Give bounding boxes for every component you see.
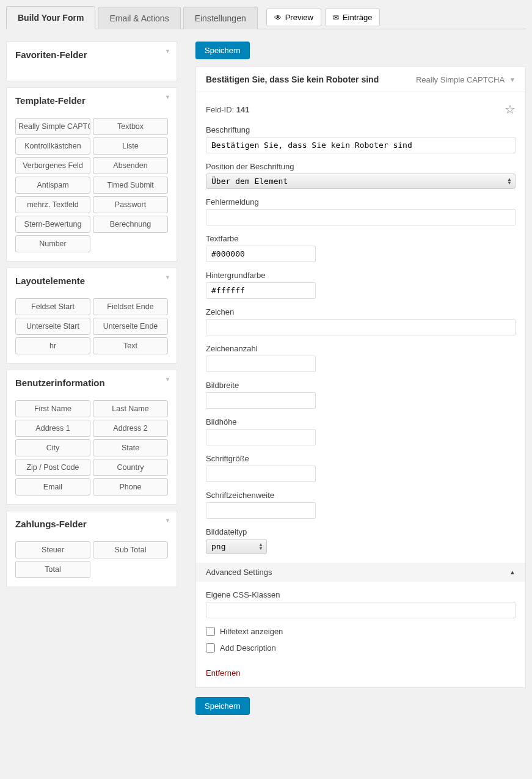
field-btn[interactable]: Zip / Post Code	[15, 459, 90, 476]
label-bildbreite: Bildbreite	[206, 381, 516, 390]
panel-header-layout[interactable]: Layoutelemente ▼	[7, 268, 177, 293]
input-fehler[interactable]	[206, 209, 516, 225]
field-btn[interactable]: Absenden	[93, 157, 168, 174]
field-btn[interactable]: hr	[15, 337, 90, 354]
chevron-down-icon: ▼	[165, 376, 170, 382]
entries-button[interactable]: Einträge	[325, 9, 380, 26]
input-beschriftung[interactable]	[206, 137, 516, 153]
save-button-top[interactable]: Speichern	[195, 42, 250, 59]
input-bildbreite[interactable]	[206, 392, 316, 409]
input-schriftgroesse[interactable]	[206, 466, 316, 482]
panel-payment: Zahlungs-Felder ▼ Steuer Sub Total Total	[6, 511, 177, 587]
field-btn[interactable]: City	[15, 439, 90, 456]
chevron-down-icon: ▼	[509, 76, 516, 83]
entries-label: Einträge	[343, 13, 372, 22]
field-btn[interactable]: Unterseite Start	[15, 318, 90, 335]
label-schriftgroesse: Schriftgröße	[206, 454, 516, 463]
chevron-down-icon: ▼	[165, 94, 170, 100]
field-btn[interactable]: Stern-Bewertung	[15, 216, 90, 233]
advanced-settings-toggle[interactable]: Advanced Settings ▲	[196, 563, 525, 582]
label-hilfetext: Hilfetext anzeigen	[220, 627, 283, 636]
checkbox-hilfetext[interactable]	[206, 627, 215, 636]
field-btn[interactable]: Kontrollkästchen	[15, 137, 90, 155]
label-bildhoehe: Bildhöhe	[206, 417, 516, 426]
panel-template: Template-Felder ▼ Really Simple CAPTCHA …	[6, 87, 177, 261]
input-hintergrund[interactable]	[206, 282, 316, 299]
field-btn[interactable]: Timed Submit	[93, 177, 168, 194]
tab-email-actions[interactable]: Email & Actions	[98, 7, 180, 29]
field-btn[interactable]: Feldset Start	[15, 298, 90, 315]
field-btn[interactable]: Total	[15, 561, 90, 578]
field-btn[interactable]: Berechnung	[93, 216, 168, 233]
panel-favoriten: Favoriten-Felder ▼	[6, 42, 177, 81]
input-bildhoehe[interactable]	[206, 429, 316, 445]
field-editor-card: Bestätigen Sie, dass Sie kein Roboter si…	[195, 67, 526, 688]
panel-header-favoriten[interactable]: Favoriten-Felder ▼	[7, 42, 177, 67]
input-cssklassen[interactable]	[206, 602, 516, 618]
preview-button[interactable]: Preview	[266, 9, 321, 26]
field-btn[interactable]: Liste	[93, 137, 168, 155]
label-cssklassen: Eigene CSS-Klassen	[206, 590, 516, 599]
preview-label: Preview	[285, 13, 313, 22]
label-hintergrund: Hintergrundfarbe	[206, 271, 516, 280]
select-bildtyp[interactable]: png	[206, 539, 267, 554]
field-btn[interactable]: Number	[15, 235, 90, 252]
panel-title: Benutzerinformation	[15, 378, 105, 388]
panel-title: Favoriten-Felder	[15, 49, 87, 60]
panel-user-info: Benutzerinformation ▼ First Name Last Na…	[6, 370, 177, 505]
input-zeichen[interactable]	[206, 319, 516, 335]
input-textfarbe[interactable]	[206, 246, 316, 262]
field-type-select[interactable]: Really Simple CAPTCHA ▼	[416, 75, 516, 84]
label-textfarbe: Textfarbe	[206, 234, 516, 243]
remove-link[interactable]: Entfernen	[206, 668, 240, 678]
panel-header-template[interactable]: Template-Felder ▼	[7, 88, 177, 113]
mail-icon	[333, 13, 339, 22]
panel-header-user-info[interactable]: Benutzerinformation ▼	[7, 370, 177, 395]
chevron-down-icon: ▼	[165, 274, 170, 280]
input-zeichenanzahl[interactable]	[206, 356, 316, 372]
field-btn[interactable]: Last Name	[93, 400, 168, 417]
advanced-label: Advanced Settings	[206, 568, 272, 577]
field-btn[interactable]: Steuer	[15, 541, 90, 558]
label-fehler: Fehlermeldung	[206, 197, 516, 207]
label-position: Position der Beschriftung	[206, 162, 516, 171]
field-btn[interactable]: Textbox	[93, 118, 168, 135]
field-btn[interactable]: Address 2	[93, 420, 168, 437]
eye-icon	[274, 13, 282, 22]
panel-title: Template-Felder	[15, 95, 86, 106]
field-btn[interactable]: Fieldset Ende	[93, 298, 168, 315]
input-schriftweite[interactable]	[206, 502, 316, 519]
label-zeichen: Zeichen	[206, 307, 516, 316]
field-btn[interactable]: Email	[15, 478, 90, 496]
field-btn[interactable]: Text	[93, 337, 168, 354]
field-btn[interactable]: State	[93, 439, 168, 456]
label-schriftweite: Schriftzeichenweite	[206, 491, 516, 500]
label-zeichenanzahl: Zeichenanzahl	[206, 344, 516, 353]
card-title: Bestätigen Sie, dass Sie kein Roboter si…	[206, 75, 379, 84]
field-btn[interactable]: Passwort	[93, 196, 168, 213]
field-btn[interactable]: Phone	[93, 478, 168, 496]
tab-settings[interactable]: Einstellungen	[183, 7, 258, 29]
field-btn[interactable]: mehrz. Textfeld	[15, 196, 90, 213]
field-btn[interactable]: Antispam	[15, 177, 90, 194]
field-btn[interactable]: Verborgenes Feld	[15, 157, 90, 174]
panel-title: Zahlungs-Felder	[15, 519, 87, 529]
field-btn[interactable]: Country	[93, 459, 168, 476]
checkbox-description[interactable]	[206, 643, 215, 653]
label-beschriftung: Beschriftung	[206, 125, 516, 134]
select-position[interactable]: Über dem Element	[206, 174, 516, 189]
label-description: Add Description	[220, 643, 276, 653]
field-btn[interactable]: Really Simple CAPTCHA	[15, 118, 90, 135]
field-btn[interactable]: Unterseite Ende	[93, 318, 168, 335]
field-id-display: Feld-ID: 141	[206, 105, 250, 114]
chevron-up-icon: ▲	[509, 569, 516, 576]
save-button-bottom[interactable]: Speichern	[195, 697, 250, 715]
field-type-label: Really Simple CAPTCHA	[416, 75, 505, 84]
label-bildtyp: Bilddateityp	[206, 527, 516, 536]
field-btn[interactable]: First Name	[15, 400, 90, 417]
panel-header-payment[interactable]: Zahlungs-Felder ▼	[7, 511, 177, 536]
star-icon[interactable]: ☆	[505, 102, 516, 117]
tab-build-form[interactable]: Build Your Form	[6, 6, 95, 29]
field-btn[interactable]: Sub Total	[93, 541, 168, 558]
field-btn[interactable]: Address 1	[15, 420, 90, 437]
